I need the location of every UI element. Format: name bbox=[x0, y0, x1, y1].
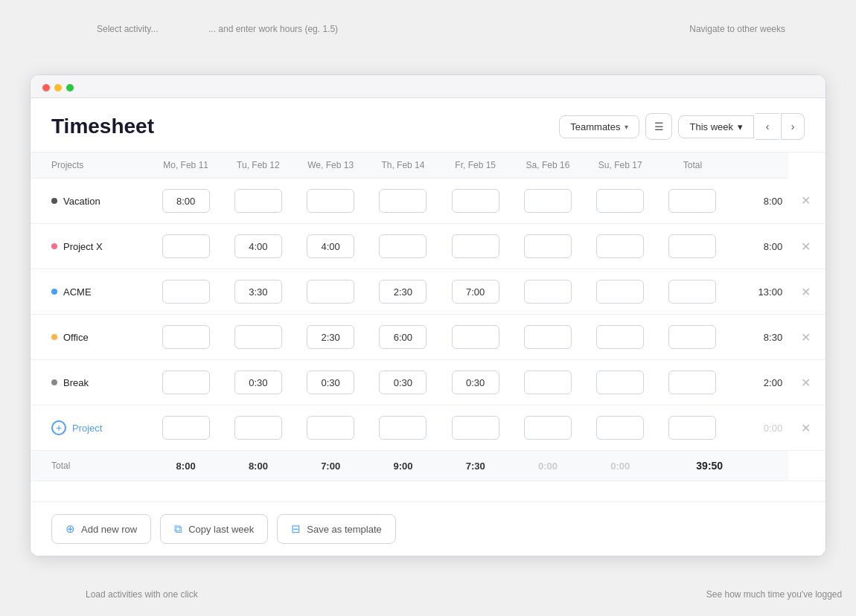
time-input[interactable] bbox=[162, 416, 210, 440]
close-cell: ✕ bbox=[788, 179, 825, 224]
time-cell bbox=[222, 179, 294, 224]
close-cell: ✕ bbox=[788, 224, 825, 269]
add-project-cell[interactable]: + Project bbox=[31, 405, 150, 451]
time-input[interactable] bbox=[596, 234, 644, 258]
prev-week-button[interactable]: ‹ bbox=[756, 113, 779, 140]
add-project-icon: + bbox=[51, 420, 66, 435]
time-input[interactable] bbox=[524, 280, 572, 304]
time-cell-empty bbox=[222, 405, 294, 451]
table-row: ACME 13:00✕ bbox=[31, 269, 825, 315]
time-input[interactable] bbox=[162, 189, 210, 213]
time-cell-empty bbox=[295, 405, 367, 451]
time-input[interactable] bbox=[668, 280, 716, 304]
next-week-button[interactable]: › bbox=[781, 113, 805, 140]
time-input[interactable] bbox=[234, 325, 282, 349]
remove-row-button[interactable]: ✕ bbox=[798, 190, 814, 211]
time-input[interactable] bbox=[596, 280, 644, 304]
time-cell bbox=[511, 315, 584, 360]
time-input[interactable] bbox=[379, 416, 427, 440]
week-chevron-icon: ▾ bbox=[738, 121, 743, 132]
time-cell bbox=[222, 360, 294, 405]
time-cell bbox=[439, 315, 511, 360]
project-name-wrapper: ACME bbox=[51, 286, 144, 298]
total-day-cell: 9:00 bbox=[367, 451, 439, 481]
time-cell bbox=[222, 269, 294, 315]
time-input[interactable] bbox=[162, 234, 210, 258]
time-input[interactable] bbox=[668, 189, 716, 213]
time-input[interactable] bbox=[234, 189, 282, 213]
add-new-row-button[interactable]: ⊕ Add new row bbox=[51, 514, 151, 544]
time-input[interactable] bbox=[379, 280, 427, 304]
project-name-wrapper: Project X bbox=[51, 241, 144, 252]
time-input[interactable] bbox=[668, 416, 716, 440]
time-input[interactable] bbox=[307, 416, 354, 440]
time-cell bbox=[584, 269, 657, 315]
outer-wrapper: Select activity... ... and enter work ho… bbox=[0, 0, 856, 616]
save-as-template-button[interactable]: ⊟ Save as template bbox=[277, 514, 395, 544]
time-input[interactable] bbox=[379, 325, 427, 349]
add-project-wrapper: + Project bbox=[51, 420, 144, 435]
project-name-wrapper: Break bbox=[51, 377, 144, 388]
time-input[interactable] bbox=[234, 370, 282, 394]
time-input[interactable] bbox=[596, 416, 644, 440]
time-input[interactable] bbox=[668, 234, 716, 258]
time-cell bbox=[657, 269, 729, 315]
list-view-button[interactable]: ☰ bbox=[645, 113, 672, 140]
browser-titlebar bbox=[31, 75, 825, 98]
copy-last-week-button[interactable]: ⧉ Copy last week bbox=[160, 514, 268, 544]
time-input[interactable] bbox=[307, 280, 354, 304]
time-input[interactable] bbox=[162, 280, 210, 304]
time-input[interactable] bbox=[307, 325, 354, 349]
time-cell bbox=[295, 224, 367, 269]
time-input[interactable] bbox=[596, 370, 644, 394]
remove-row-button[interactable]: ✕ bbox=[798, 282, 814, 302]
time-input[interactable] bbox=[307, 370, 354, 394]
week-label-dropdown[interactable]: This week ▾ bbox=[678, 115, 754, 138]
time-input[interactable] bbox=[379, 370, 427, 394]
time-cell bbox=[511, 179, 584, 224]
time-input[interactable] bbox=[524, 189, 572, 213]
time-input[interactable] bbox=[307, 189, 354, 213]
time-input[interactable] bbox=[668, 325, 716, 349]
time-input[interactable] bbox=[596, 325, 644, 349]
time-input[interactable] bbox=[524, 416, 572, 440]
copy-icon: ⧉ bbox=[174, 522, 182, 536]
time-input[interactable] bbox=[452, 189, 499, 213]
totals-row: Total8:008:007:009:007:300:000:0039:50 bbox=[31, 451, 825, 481]
timesheet-table: Projects Mo, Feb 11 Tu, Feb 12 We, Feb 1… bbox=[31, 153, 825, 481]
project-dot bbox=[51, 289, 57, 295]
remove-row-button[interactable]: ✕ bbox=[798, 327, 814, 347]
time-input[interactable] bbox=[452, 416, 499, 440]
time-cell bbox=[511, 224, 584, 269]
project-name-wrapper: Vacation bbox=[51, 196, 144, 207]
time-input[interactable] bbox=[524, 325, 572, 349]
time-input[interactable] bbox=[162, 370, 210, 394]
time-input[interactable] bbox=[234, 280, 282, 304]
save-as-template-label: Save as template bbox=[307, 524, 381, 535]
remove-row-button[interactable]: ✕ bbox=[798, 237, 814, 257]
remove-row-button[interactable]: ✕ bbox=[798, 373, 814, 393]
time-input[interactable] bbox=[379, 234, 427, 258]
time-input[interactable] bbox=[452, 370, 499, 394]
project-name-label: Vacation bbox=[63, 196, 100, 207]
time-input[interactable] bbox=[524, 370, 572, 394]
time-input[interactable] bbox=[524, 234, 572, 258]
time-cell bbox=[584, 360, 657, 405]
save-icon: ⊟ bbox=[291, 522, 301, 536]
time-cell bbox=[367, 360, 439, 405]
teammates-dropdown[interactable]: Teammates ▾ bbox=[559, 115, 639, 138]
time-input[interactable] bbox=[162, 325, 210, 349]
time-input[interactable] bbox=[452, 280, 499, 304]
time-input[interactable] bbox=[307, 234, 354, 258]
time-input[interactable] bbox=[668, 370, 716, 394]
time-cell bbox=[150, 179, 222, 224]
time-input[interactable] bbox=[596, 189, 644, 213]
header-controls: Teammates ▾ ☰ This week ▾ ‹ › bbox=[559, 113, 805, 140]
time-cell-empty bbox=[657, 405, 729, 451]
time-input[interactable] bbox=[452, 234, 499, 258]
time-input[interactable] bbox=[234, 416, 282, 440]
time-input[interactable] bbox=[452, 325, 499, 349]
time-input[interactable] bbox=[379, 189, 427, 213]
add-row-close-button[interactable]: ✕ bbox=[798, 418, 814, 438]
time-input[interactable] bbox=[234, 234, 282, 258]
